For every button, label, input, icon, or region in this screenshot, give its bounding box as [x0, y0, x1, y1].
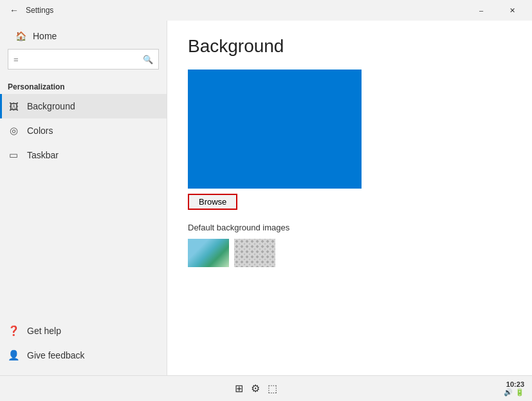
thumbnail-beach[interactable]: [188, 239, 229, 267]
default-images-label: Default background images: [188, 223, 511, 232]
battery-icon: 🔋: [515, 388, 524, 396]
sidebar-spacer: [0, 167, 167, 316]
browse-button[interactable]: Browse: [188, 194, 237, 210]
sidebar-item-taskbar-label: Taskbar: [27, 150, 59, 160]
thumbnail-list: [188, 239, 511, 267]
sidebar-item-give-feedback[interactable]: 👤 Give feedback: [0, 343, 167, 368]
back-button[interactable]: ←: [8, 4, 21, 17]
search-box[interactable]: 🔍: [8, 49, 159, 70]
taskbar-right: 10:23 🔊 🔋: [504, 380, 524, 396]
window-controls: – ✕: [466, 0, 527, 21]
feedback-icon: 👤: [8, 350, 19, 361]
taskbar-system-icons: 🔊 🔋: [504, 388, 524, 396]
sidebar-item-colors-label: Colors: [27, 126, 53, 136]
home-label: Home: [33, 31, 57, 41]
start-button[interactable]: ⊞: [235, 382, 243, 395]
thumbnail-beach-image: [188, 239, 229, 267]
sidebar-item-taskbar[interactable]: ▭ Taskbar: [0, 143, 167, 167]
sidebar-item-get-help[interactable]: ❓ Get help: [0, 319, 167, 343]
content-area: Background Browse Default background ima…: [167, 21, 532, 375]
sidebar-item-background[interactable]: 🖼 Background: [0, 94, 167, 118]
taskbar: ⊞ ⚙ ⬚ 10:23 🔊 🔋: [0, 375, 532, 401]
background-icon: 🖼: [8, 100, 19, 112]
background-preview: [188, 70, 362, 189]
taskbar-settings-icon[interactable]: ⚙: [251, 382, 260, 395]
thumbnail-abstract[interactable]: [234, 239, 275, 267]
sidebar-section-label: Personalization: [0, 80, 167, 94]
thumbnail-abstract-image: [234, 239, 275, 267]
page-title: Background: [188, 36, 511, 57]
taskbar-desktop-icon[interactable]: ⬚: [268, 382, 277, 395]
sidebar-item-colors[interactable]: ◎ Colors: [0, 118, 167, 143]
home-icon: 🏠: [15, 31, 26, 41]
taskbar-time: 10:23: [506, 380, 524, 388]
sidebar-bottom: ❓ Get help 👤 Give feedback: [0, 316, 167, 370]
sidebar-top: 🏠 Home 🔍: [0, 21, 167, 80]
minimize-button[interactable]: –: [466, 0, 496, 21]
close-button[interactable]: ✕: [497, 0, 527, 21]
search-icon: 🔍: [143, 55, 153, 64]
get-help-label: Get help: [27, 326, 61, 336]
taskbar-icon-sidebar: ▭: [8, 149, 19, 161]
title-bar: ← Settings – ✕: [0, 0, 532, 21]
help-icon: ❓: [8, 325, 19, 337]
give-feedback-label: Give feedback: [27, 350, 85, 360]
sidebar-item-home[interactable]: 🏠 Home: [8, 26, 159, 46]
search-input[interactable]: [14, 55, 143, 64]
sidebar: 🏠 Home 🔍 Personalization 🖼 Background ◎ …: [0, 21, 167, 375]
sidebar-item-background-label: Background: [27, 101, 75, 111]
speaker-icon: 🔊: [504, 388, 513, 396]
app-title: Settings: [26, 6, 53, 15]
main-layout: 🏠 Home 🔍 Personalization 🖼 Background ◎ …: [0, 21, 532, 375]
colors-icon: ◎: [8, 125, 19, 136]
title-bar-left: ← Settings: [8, 4, 53, 17]
taskbar-center: ⊞ ⚙ ⬚: [235, 382, 277, 395]
